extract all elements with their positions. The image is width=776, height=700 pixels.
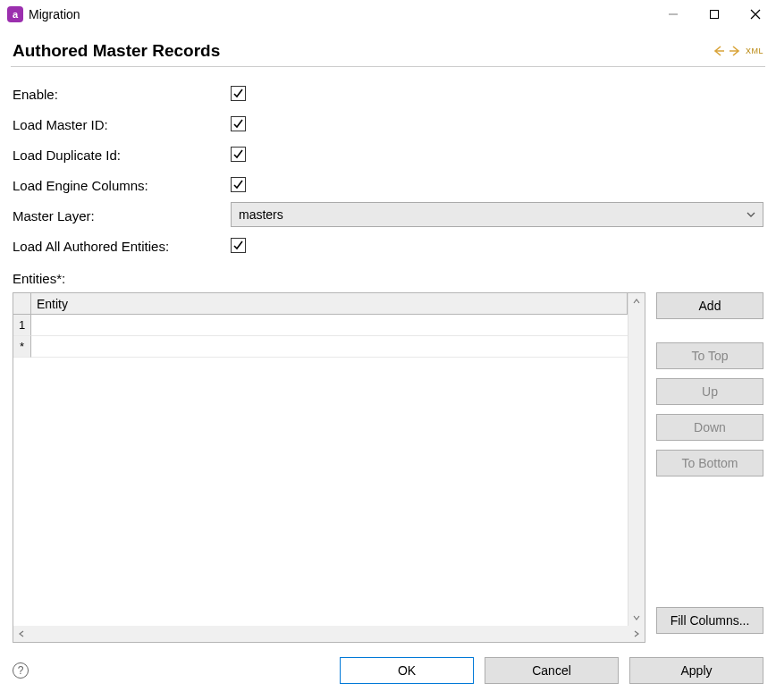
- minimize-button[interactable]: [653, 0, 694, 29]
- close-button[interactable]: [735, 0, 776, 29]
- header-divider: [11, 66, 765, 67]
- dialog-footer: ? OK Cancel Apply: [0, 643, 776, 700]
- apply-button[interactable]: Apply: [629, 657, 763, 684]
- horizontal-scrollbar[interactable]: [13, 626, 645, 642]
- titlebar: a Migration: [0, 0, 776, 29]
- vertical-scrollbar[interactable]: [628, 293, 645, 626]
- down-button[interactable]: Down: [656, 414, 763, 441]
- load-master-id-checkbox[interactable]: [231, 116, 246, 131]
- master-layer-select[interactable]: masters: [231, 202, 763, 227]
- load-engine-columns-label: Load Engine Columns:: [13, 176, 231, 193]
- scroll-right-icon[interactable]: [628, 626, 645, 642]
- svg-rect-1: [711, 11, 719, 19]
- nav-back-icon[interactable]: [712, 44, 726, 58]
- add-button[interactable]: Add: [656, 292, 763, 319]
- load-master-id-label: Load Master ID:: [13, 115, 231, 132]
- xml-label[interactable]: XML: [746, 46, 763, 55]
- load-engine-columns-checkbox[interactable]: [231, 177, 246, 192]
- up-button[interactable]: Up: [656, 378, 763, 405]
- rowheader-blank: [13, 293, 31, 315]
- page-title: Authored Master Records: [13, 41, 220, 61]
- enable-checkbox[interactable]: [231, 86, 246, 101]
- window-title: Migration: [29, 7, 80, 21]
- fill-columns-button[interactable]: Fill Columns...: [656, 607, 763, 634]
- scroll-up-icon[interactable]: [628, 293, 645, 309]
- load-duplicate-id-checkbox[interactable]: [231, 147, 246, 162]
- enable-label: Enable:: [13, 85, 231, 102]
- row-number[interactable]: 1: [13, 315, 31, 336]
- scroll-down-icon[interactable]: [628, 610, 645, 626]
- entities-table[interactable]: Entity 1 *: [13, 292, 645, 643]
- nav-forward-icon[interactable]: [728, 44, 742, 58]
- column-header-entity[interactable]: Entity: [31, 293, 628, 315]
- ok-button[interactable]: OK: [340, 657, 474, 684]
- row-new[interactable]: *: [13, 336, 31, 358]
- chevron-down-icon: [746, 207, 755, 222]
- master-layer-value: masters: [239, 207, 746, 222]
- to-top-button[interactable]: To Top: [656, 342, 763, 369]
- load-all-authored-checkbox[interactable]: [231, 238, 246, 253]
- master-layer-label: Master Layer:: [13, 207, 231, 223]
- load-all-authored-label: Load All Authored Entities:: [13, 237, 231, 254]
- entity-cell[interactable]: [31, 315, 628, 336]
- scroll-left-icon[interactable]: [13, 626, 30, 642]
- maximize-button[interactable]: [694, 0, 735, 29]
- help-icon[interactable]: ?: [13, 662, 29, 679]
- load-duplicate-id-label: Load Duplicate Id:: [13, 146, 231, 163]
- page-header: Authored Master Records XML: [0, 29, 776, 66]
- cancel-button[interactable]: Cancel: [485, 657, 619, 684]
- entities-label: Entities*:: [13, 269, 231, 286]
- app-icon: a: [7, 6, 23, 22]
- entity-cell-new[interactable]: [31, 336, 628, 358]
- to-bottom-button[interactable]: To Bottom: [656, 450, 763, 477]
